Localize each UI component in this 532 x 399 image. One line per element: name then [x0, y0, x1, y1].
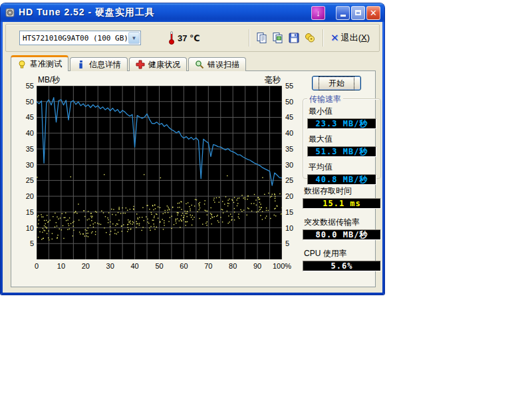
- x-tick-label: 0: [23, 262, 50, 270]
- temperature-unit: ℃: [190, 33, 200, 43]
- transfer-stat-value: 23.3 MB/秒: [307, 118, 376, 129]
- temperature-value: 37: [178, 33, 187, 43]
- tab-info[interactable]: 信息详情: [70, 57, 128, 71]
- x-tick-label: 40: [122, 262, 148, 270]
- x-tick-label: 90: [244, 262, 271, 270]
- x-tick-label: 20: [72, 262, 99, 270]
- tab-label: 基准测试: [30, 59, 62, 70]
- info-icon: [76, 60, 86, 69]
- y-tick-label: 30: [17, 161, 34, 169]
- transfer-stat-label: 最小值: [309, 106, 376, 117]
- benchmark-tab-page: MB/秒 毫秒 55555050454540403535303025252020…: [11, 70, 376, 287]
- app-disk-icon: [5, 7, 15, 18]
- burst-rate-block: 突发数据传输率 80.0 MB/秒: [303, 217, 381, 240]
- transfer-stat-value: 51.3 MB/秒: [307, 146, 376, 157]
- drive-selector[interactable]: HTS721010G9AT00 (100 GB) ▼: [19, 31, 141, 45]
- window-title: HD Tune 2.52 - 硬盘实用工具: [19, 7, 155, 19]
- y-tick-label: 40: [17, 129, 34, 137]
- access-time-value: 15.1 ms: [303, 198, 381, 209]
- y-tick-label: 25: [17, 176, 34, 184]
- transfer-stat-label: 最大值: [309, 134, 376, 145]
- save-screenshot-icon[interactable]: [286, 30, 302, 46]
- y-tick-label: 15: [17, 208, 34, 216]
- tab-label: 信息详情: [89, 59, 121, 70]
- benchmark-chart: [37, 86, 282, 259]
- x-tick-label: 30: [97, 262, 124, 270]
- toolbar-separator: [249, 29, 249, 47]
- maximize-button[interactable]: [351, 6, 365, 20]
- tab-bar: 基准测试信息详情健康状况错误扫描: [11, 55, 247, 71]
- y-tick-label: 55: [285, 82, 305, 90]
- x-tick-label: 80: [219, 262, 246, 270]
- y-tick-label: 55: [17, 82, 34, 90]
- x-tick-label: 70: [195, 262, 221, 270]
- tab-lightbulb[interactable]: 基准测试: [11, 55, 68, 71]
- update-download-button[interactable]: ↓: [311, 6, 325, 20]
- copy-text-icon[interactable]: [254, 30, 270, 46]
- x-tick-label: 10: [48, 262, 74, 270]
- burst-rate-label: 突发数据传输率: [304, 217, 381, 228]
- minimize-button[interactable]: [336, 6, 350, 20]
- cpu-usage-value: 5.6%: [303, 261, 381, 271]
- transfer-stat-value: 40.8 MB/秒: [307, 174, 376, 185]
- y-tick-label: 10: [17, 224, 34, 232]
- access-time-label: 数据存取时间: [304, 186, 381, 197]
- x-tick-label: 60: [170, 262, 197, 270]
- tab-label: 健康状况: [148, 59, 180, 70]
- y-tick-label: 25: [285, 176, 305, 184]
- copy-screenshot-icon[interactable]: [270, 30, 286, 46]
- titlebar[interactable]: HD Tune 2.52 - 硬盘实用工具 ↓ ✕: [1, 3, 384, 22]
- toolbar: HTS721010G9AT00 (100 GB) ▼ 37 ℃: [5, 24, 380, 52]
- cpu-usage-block: CPU 使用率 5.6%: [303, 248, 381, 271]
- x-tick-label: 50: [146, 262, 173, 270]
- y-tick-label: 5: [17, 239, 34, 247]
- toolbar-separator: [323, 29, 323, 47]
- exit-label: 退出(X): [341, 32, 370, 44]
- lightbulb-icon: [17, 60, 27, 69]
- stats-column: 数据存取时间 15.1 ms 突发数据传输率 80.0 MB/秒 CPU 使用率…: [303, 186, 381, 279]
- client-area: HTS721010G9AT00 (100 GB) ▼ 37 ℃: [3, 22, 382, 293]
- start-button-label: 开始: [319, 76, 354, 90]
- transfer-stat-label: 平均值: [309, 162, 376, 173]
- chevron-down-icon[interactable]: ▼: [128, 32, 140, 44]
- y-axis-left-title: MB/秒: [38, 74, 60, 86]
- magnifier-icon: [195, 60, 204, 69]
- donate-coins-icon[interactable]: [302, 30, 318, 46]
- y-tick-label: 45: [17, 113, 34, 121]
- transfer-rate-title: 传输速率: [307, 94, 343, 105]
- hd-tune-window: HD Tune 2.52 - 硬盘实用工具 ↓ ✕ HTS721010G9AT0…: [1, 3, 384, 295]
- health-cross-icon: [136, 60, 145, 69]
- tab-magnifier[interactable]: 错误扫描: [188, 57, 246, 71]
- access-time-block: 数据存取时间 15.1 ms: [303, 186, 381, 209]
- burst-rate-value: 80.0 MB/秒: [303, 229, 381, 240]
- y-tick-label: 20: [17, 192, 34, 200]
- transfer-rate-groupbox: 传输速率 最小值23.3 MB/秒最大值51.3 MB/秒平均值40.8 MB/…: [303, 98, 381, 179]
- thermometer-icon: [169, 31, 174, 45]
- start-button[interactable]: 开始: [312, 76, 361, 90]
- close-button[interactable]: ✕: [366, 6, 380, 20]
- cpu-usage-label: CPU 使用率: [304, 248, 381, 259]
- y-tick-label: 50: [17, 98, 34, 106]
- exit-button[interactable]: ✕ 退出(X): [331, 32, 370, 44]
- y-axis-right-title: 毫秒: [242, 74, 281, 86]
- tab-health-cross[interactable]: 健康状况: [129, 57, 187, 71]
- exit-x-icon: ✕: [331, 32, 339, 44]
- tab-label: 错误扫描: [207, 59, 239, 70]
- x-tick-label: 100%: [269, 262, 295, 270]
- temperature-indicator: 37 ℃: [169, 31, 200, 45]
- drive-selector-value: HTS721010G9AT00 (100 GB): [20, 34, 128, 43]
- y-tick-label: 35: [17, 145, 34, 153]
